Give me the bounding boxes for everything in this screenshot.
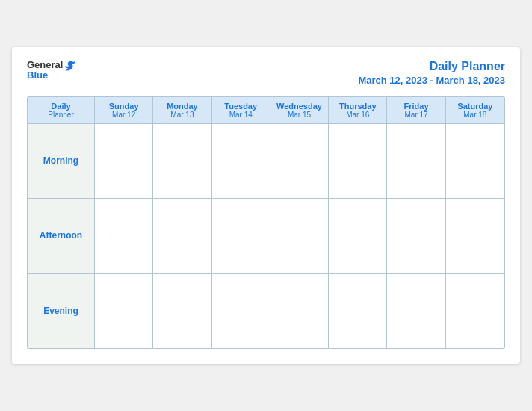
- morning-saturday[interactable]: [446, 124, 504, 199]
- planner-card: General Blue Daily Planner March 12, 202…: [12, 47, 520, 364]
- wednesday-date: Mar 15: [273, 111, 325, 119]
- afternoon-friday[interactable]: [387, 199, 445, 274]
- evening-label: Evening: [43, 306, 78, 316]
- header-label-line1: Daily: [51, 102, 70, 111]
- header-thursday: Thursday Mar 16: [329, 97, 387, 124]
- header-label-line2: Planner: [48, 111, 73, 119]
- morning-thursday[interactable]: [329, 124, 387, 199]
- header-row: Daily Planner Sunday Mar 12 Monday Mar 1…: [28, 97, 504, 124]
- header-friday: Friday Mar 17: [387, 97, 445, 124]
- evening-wednesday[interactable]: [270, 274, 329, 348]
- afternoon-tuesday[interactable]: [212, 199, 270, 274]
- friday-date: Mar 17: [390, 111, 442, 119]
- afternoon-thursday[interactable]: [329, 199, 387, 274]
- wednesday-name: Wednesday: [273, 102, 325, 111]
- logo-area: General Blue: [27, 59, 78, 81]
- header-monday: Monday Mar 13: [153, 97, 211, 124]
- morning-row: Morning: [28, 124, 504, 199]
- afternoon-row: Afternoon: [28, 199, 504, 274]
- sunday-name: Sunday: [98, 102, 149, 111]
- thursday-name: Thursday: [332, 102, 383, 111]
- evening-saturday[interactable]: [446, 274, 504, 348]
- bird-icon: [64, 61, 78, 71]
- friday-name: Friday: [390, 102, 442, 111]
- morning-wednesday[interactable]: [270, 124, 329, 199]
- afternoon-saturday[interactable]: [446, 199, 504, 274]
- morning-label: Morning: [43, 155, 78, 166]
- evening-sunday[interactable]: [95, 274, 153, 348]
- evening-thursday[interactable]: [329, 274, 387, 348]
- afternoon-monday[interactable]: [153, 199, 211, 274]
- evening-label-cell: Evening: [28, 274, 95, 348]
- thursday-date: Mar 16: [332, 111, 383, 119]
- calendar-grid: Daily Planner Sunday Mar 12 Monday Mar 1…: [27, 96, 505, 349]
- morning-monday[interactable]: [153, 124, 211, 199]
- date-range: March 12, 2023 - March 18, 2023: [358, 75, 505, 87]
- header-planner-label: Daily Planner: [28, 97, 95, 124]
- logo-blue-label: Blue: [27, 69, 48, 81]
- morning-sunday[interactable]: [95, 124, 153, 199]
- header-wednesday: Wednesday Mar 15: [270, 97, 329, 124]
- afternoon-sunday[interactable]: [95, 199, 153, 274]
- monday-date: Mar 13: [156, 111, 208, 119]
- header-saturday: Saturday Mar 18: [446, 97, 504, 124]
- afternoon-label: Afternoon: [40, 230, 82, 241]
- evening-friday[interactable]: [387, 274, 445, 348]
- saturday-name: Saturday: [449, 102, 501, 111]
- title-area: Daily Planner March 12, 2023 - March 18,…: [358, 59, 505, 87]
- tuesday-name: Tuesday: [215, 102, 267, 111]
- morning-label-cell: Morning: [28, 124, 95, 199]
- planner-title: Daily Planner: [358, 59, 505, 75]
- evening-row: Evening: [28, 274, 504, 348]
- sunday-date: Mar 12: [98, 111, 149, 119]
- afternoon-label-cell: Afternoon: [28, 199, 95, 274]
- header-sunday: Sunday Mar 12: [95, 97, 153, 124]
- top-bar: General Blue Daily Planner March 12, 202…: [27, 59, 505, 87]
- evening-tuesday[interactable]: [212, 274, 270, 348]
- morning-friday[interactable]: [387, 124, 445, 199]
- morning-tuesday[interactable]: [212, 124, 270, 199]
- saturday-date: Mar 18: [449, 111, 501, 119]
- evening-monday[interactable]: [153, 274, 211, 348]
- afternoon-wednesday[interactable]: [270, 199, 329, 274]
- header-tuesday: Tuesday Mar 14: [212, 97, 270, 124]
- monday-name: Monday: [156, 102, 208, 111]
- tuesday-date: Mar 14: [215, 111, 267, 119]
